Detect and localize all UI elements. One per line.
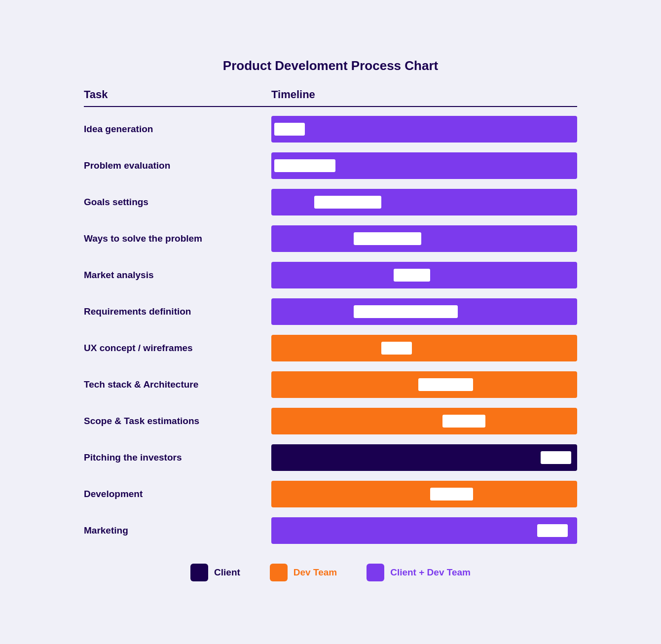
bar-area [271, 481, 577, 507]
bar-area [271, 225, 577, 252]
legend-label-client: Client [214, 567, 240, 578]
bar-inner-marker [418, 378, 474, 391]
chart-title: Product Develoment Process Chart [84, 58, 577, 73]
table-row: Problem evaluation [84, 147, 577, 184]
task-label: Problem evaluation [84, 160, 271, 171]
bar-inner-marker [314, 196, 381, 209]
bar-inner-marker [354, 305, 458, 318]
table-row: Ways to solve the problem [84, 220, 577, 257]
chart-container: Product Develoment Process Chart Task Ti… [59, 38, 602, 606]
task-label: UX concept / wireframes [84, 343, 271, 354]
bar-inner-marker [442, 415, 485, 428]
task-label: Tech stack & Architecture [84, 379, 271, 390]
table-row: Tech stack & Architecture [84, 366, 577, 403]
legend-item-dev-team: Dev Team [270, 564, 337, 581]
bar-area [271, 189, 577, 215]
table-row: Development [84, 476, 577, 512]
gantt-bar [271, 517, 577, 544]
gantt-bar [271, 152, 577, 179]
timeline-column-header: Timeline [271, 88, 577, 101]
chart-rows: Idea generationProblem evaluationGoals s… [84, 111, 577, 549]
legend: Client Dev Team Client + Dev Team [84, 564, 577, 581]
bar-area [271, 152, 577, 179]
bar-inner-marker [430, 488, 473, 501]
bar-inner-marker [541, 451, 571, 464]
table-row: Goals settings [84, 184, 577, 220]
table-row: Requirements definition [84, 293, 577, 330]
task-label: Goals settings [84, 197, 271, 208]
bar-inner-marker [394, 269, 430, 282]
bar-inner-marker [274, 123, 305, 136]
table-row: Market analysis [84, 257, 577, 293]
task-label: Requirements definition [84, 306, 271, 317]
bar-inner-marker [537, 524, 568, 537]
bar-inner-marker [274, 159, 335, 172]
gantt-bar [271, 225, 577, 252]
legend-item-client: Client [190, 564, 240, 581]
task-label: Scope & Task estimations [84, 416, 271, 427]
bar-area [271, 371, 577, 398]
legend-label-dev-team: Dev Team [294, 567, 337, 578]
task-label: Development [84, 489, 271, 500]
legend-swatch-client [190, 564, 208, 581]
table-row: UX concept / wireframes [84, 330, 577, 366]
legend-swatch-client-dev-team [367, 564, 384, 581]
header-row: Task Timeline [84, 88, 577, 107]
gantt-bar [271, 116, 577, 143]
gantt-bar [271, 298, 577, 325]
legend-item-client-dev-team: Client + Dev Team [367, 564, 471, 581]
gantt-bar [271, 444, 577, 471]
bar-area [271, 444, 577, 471]
gantt-bar [271, 335, 577, 361]
table-row: Marketing [84, 512, 577, 549]
task-column-header: Task [84, 88, 271, 101]
task-label: Pitching the investors [84, 452, 271, 463]
gantt-bar [271, 262, 577, 288]
gantt-bar [271, 371, 577, 398]
gantt-bar [271, 408, 577, 434]
bar-area [271, 298, 577, 325]
task-label: Ways to solve the problem [84, 233, 271, 244]
bar-area [271, 335, 577, 361]
table-row: Pitching the investors [84, 439, 577, 476]
bar-area [271, 116, 577, 143]
bar-area [271, 262, 577, 288]
bar-area [271, 408, 577, 434]
table-row: Scope & Task estimations [84, 403, 577, 439]
task-label: Marketing [84, 525, 271, 536]
task-label: Market analysis [84, 270, 271, 281]
gantt-bar [271, 189, 577, 215]
bar-inner-marker [354, 232, 421, 245]
gantt-bar [271, 481, 577, 507]
task-label: Idea generation [84, 124, 271, 135]
bar-area [271, 517, 577, 544]
legend-swatch-dev-team [270, 564, 288, 581]
table-row: Idea generation [84, 111, 577, 147]
legend-label-client-dev-team: Client + Dev Team [390, 567, 471, 578]
bar-inner-marker [381, 342, 412, 355]
